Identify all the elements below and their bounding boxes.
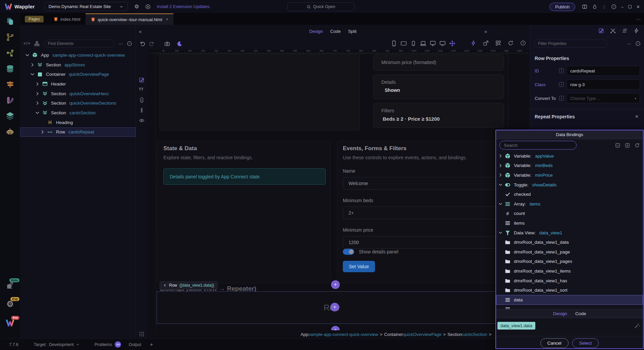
tree-expander-icon[interactable] — [35, 101, 40, 106]
typography-icon[interactable]: TT — [139, 87, 143, 91]
binding-item-minprice[interactable]: Variable:minPrice — [496, 170, 643, 180]
view-tab-split[interactable]: Split — [348, 29, 357, 34]
card-min-price[interactable]: Minimum price (formatted) — [373, 55, 504, 71]
row-binding-pill[interactable]: Row {{data_view1.data}} — [159, 281, 218, 290]
tree-expander-icon[interactable] — [35, 110, 40, 115]
minimize-button[interactable]: – — [621, 4, 624, 9]
rail-experimental[interactable]: ⚙Exp — [0, 298, 20, 310]
tree-item-heading[interactable]: HHeading — [20, 118, 136, 127]
binding-item-data_view1[interactable]: Data View:data_view1 — [496, 228, 643, 238]
tree-item-quickoverviewhero[interactable]: SectionquickOverviewHero — [20, 89, 136, 99]
dialog-tab-code[interactable]: Code — [575, 311, 586, 316]
breadcrumb-sample-app-connect-quick-overview[interactable]: sample-app-connect-quick-overview — [308, 332, 378, 337]
collapse-all-icon[interactable] — [615, 143, 620, 148]
bindings-search-input[interactable] — [499, 141, 577, 150]
refresh-bindings-icon[interactable] — [635, 143, 640, 148]
binding-item-dmxroot_data_view1_data[interactable]: dmxRoot_data_view1_data — [496, 237, 643, 247]
info-icon[interactable]: i — [559, 96, 564, 101]
split-panel-icon[interactable] — [582, 4, 587, 9]
prop-input-id[interactable] — [567, 66, 640, 76]
view-tab-code[interactable]: Code — [330, 29, 341, 34]
statusbar-add-icon[interactable]: + — [150, 342, 153, 348]
binding-item-dmxroot_data_view1_items[interactable]: dmxRoot_data_view1_items — [496, 266, 643, 276]
magic-wand-icon[interactable] — [634, 323, 640, 329]
grid-handle-icon[interactable] — [139, 331, 145, 337]
refresh-icon[interactable] — [508, 40, 514, 46]
dialog-tab-design[interactable]: Design — [553, 311, 567, 316]
tree-expander-icon[interactable] — [25, 53, 30, 58]
rail-wappler-pro[interactable]: Pro — [0, 317, 20, 329]
open-in-browser-icon[interactable] — [483, 40, 489, 46]
binding-item-dmxroot_data_view1_sort[interactable]: dmxRoot_data_view1_sort — [496, 285, 643, 295]
install-updates-link[interactable]: Install 2 Extension Updates — [157, 4, 210, 9]
add-element-button-top[interactable]: + — [331, 280, 340, 289]
tree-item-header[interactable]: Header — [20, 79, 136, 89]
undo-icon[interactable] — [140, 41, 146, 47]
expand-all-icon[interactable] — [625, 143, 630, 148]
bolt-actions-icon[interactable] — [471, 40, 476, 46]
card-details[interactable]: Details Shown — [373, 74, 504, 99]
download-updates-icon[interactable] — [145, 4, 151, 9]
tree-expander-icon[interactable] — [30, 62, 35, 67]
accessibility-person-icon[interactable] — [139, 108, 145, 113]
filter-properties-input[interactable] — [534, 40, 607, 48]
card-filters[interactable]: Filters Beds ≥ 2 · Price ≥ $1200 — [373, 103, 504, 128]
binding-item-dmxroot_data_view1_pages[interactable]: dmxRoot_data_view1_pages — [496, 257, 643, 267]
cancel-button[interactable]: Cancel — [540, 338, 569, 348]
device-monitor-icon[interactable] — [430, 40, 436, 47]
tab-close-icon[interactable]: × — [166, 17, 168, 22]
code-view-icon[interactable]: </> — [23, 42, 30, 46]
output-button[interactable]: Output — [128, 342, 141, 347]
breadcrumb-quickOverviewPage[interactable]: quickOverviewPage — [403, 332, 441, 337]
maximize-button[interactable] — [628, 5, 632, 8]
settings-gear-icon[interactable]: ⚙ — [134, 4, 139, 9]
repeat-properties-close-icon[interactable]: ✕ — [635, 114, 639, 119]
tab-index.html[interactable]: 5index.html — [48, 13, 86, 25]
edit-pencil-icon[interactable] — [139, 77, 145, 83]
binding-item-checked[interactable]: checked — [496, 189, 643, 199]
rail-extensions[interactable]: Beta — [0, 280, 20, 291]
tree-item-quickoverviewpage[interactable]: ContainerquickOverviewPage — [20, 69, 136, 79]
rail-routes[interactable] — [0, 76, 20, 92]
binding-item-count[interactable]: #count — [496, 209, 643, 219]
select-button[interactable]: Select — [572, 338, 599, 348]
expand-right-panel-icon[interactable]: » — [484, 28, 487, 34]
info-icon[interactable]: i — [559, 68, 564, 73]
inspect-info-icon[interactable] — [139, 97, 145, 103]
rail-git-manager[interactable] — [0, 29, 20, 45]
close-button[interactable]: ✕ — [636, 4, 640, 9]
structure-tree-icon[interactable] — [34, 41, 40, 46]
help-icon[interactable]: ? — [611, 4, 616, 9]
tree-expander-icon[interactable] — [35, 81, 40, 86]
view-tab-design[interactable]: Design — [309, 29, 323, 34]
rail-databases[interactable] — [0, 61, 20, 76]
collections-stack-icon[interactable] — [622, 28, 628, 34]
project-selector[interactable]: Demo Dynamic Real Estate Site — [44, 2, 128, 11]
tree-item-quickoverviewsections[interactable]: SectionquickOverviewSections — [20, 98, 136, 108]
properties-help-icon[interactable]: ? — [635, 41, 641, 46]
dynamic-events-bolt-icon[interactable] — [634, 28, 639, 34]
field-input-minimum-price[interactable] — [343, 236, 505, 249]
device-tv-icon[interactable] — [439, 40, 446, 47]
rail-layers[interactable] — [0, 108, 20, 124]
device-mobile2-icon[interactable] — [410, 40, 417, 47]
binding-item-data[interactable]: data — [496, 295, 643, 305]
binding-item-items[interactable]: items — [496, 218, 643, 228]
set-value-button[interactable]: Set Value — [343, 261, 375, 272]
kebab-menu-icon[interactable]: ⋮ — [602, 4, 606, 9]
device-move-icon[interactable] — [449, 40, 455, 47]
preview-eye-icon[interactable] — [139, 118, 145, 123]
publish-button[interactable]: Publish — [549, 3, 575, 11]
tree-item-appstores[interactable]: SectionappStores — [20, 60, 136, 70]
breadcrumb-cardsSection[interactable]: cardsSection — [462, 332, 487, 337]
tree-expander-icon[interactable] — [30, 72, 35, 77]
redo-icon[interactable] — [149, 41, 154, 47]
quick-open-button[interactable]: Quick Open — [287, 2, 355, 11]
binding-item-dmxroot_data_view1_page[interactable]: dmxRoot_data_view1_page — [496, 247, 643, 257]
binding-item-items[interactable]: Array:items — [496, 199, 643, 209]
binding-item-showdetails[interactable]: Toggle:showDetails — [496, 180, 643, 190]
tree-item-cardsrepeat[interactable]: RowcardsRepeat — [20, 127, 136, 137]
expression-chip[interactable]: data_view1.data — [497, 322, 535, 330]
prop-input-class[interactable] — [567, 79, 640, 90]
prop-select-convert-to[interactable]: Choose Type ...▾ — [567, 93, 640, 103]
